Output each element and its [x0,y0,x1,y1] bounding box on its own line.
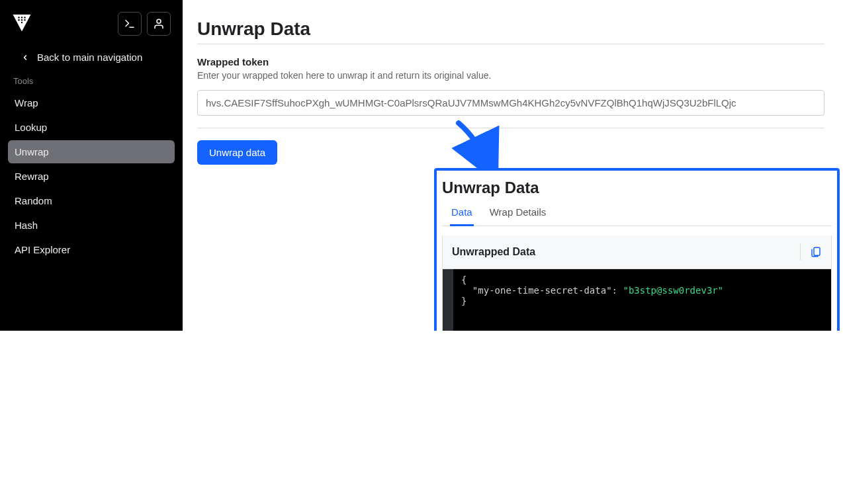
sidebar-item-hash[interactable]: Hash [8,214,175,237]
sidebar-item-label: API Explorer [15,244,70,255]
user-icon [153,18,165,30]
svg-point-4 [21,19,22,21]
unwrap-data-button[interactable]: Unwrap data [197,140,277,165]
result-panel: Unwrap Data Data Wrap Details Unwrapped … [434,168,840,331]
wrapped-token-label: Wrapped token [197,56,824,67]
code-block-wrap: { "my-one-time-secret-data": "b3stp@ssw0… [442,269,832,331]
wrapped-token-hint: Enter your wrapped token here to unwrap … [197,70,824,81]
sidebar-item-lookup[interactable]: Lookup [8,116,175,139]
svg-rect-9 [814,247,820,255]
title-divider [197,44,824,44]
sidebar-header [0,0,183,42]
terminal-button[interactable] [118,12,142,36]
wrapped-token-input[interactable] [197,90,824,116]
json-key: my-one-time-secret-data [478,285,606,296]
tab-data[interactable]: Data [450,201,474,226]
svg-point-8 [157,19,161,23]
user-button[interactable] [147,12,171,36]
main-content: Unwrap Data Wrapped token Enter your wra… [183,0,843,331]
page-title: Unwrap Data [197,19,824,40]
header-icon-group [118,12,171,36]
svg-point-1 [21,17,22,18]
tab-label: Wrap Details [490,206,547,218]
sidebar-item-label: Lookup [15,122,47,133]
sidebar-item-api-explorer[interactable]: API Explorer [8,238,175,261]
back-to-main-nav[interactable]: Back to main navigation [0,42,183,76]
svg-point-2 [24,17,25,18]
data-header-actions [800,243,822,261]
sidebar-item-random[interactable]: Random [8,189,175,212]
clipboard-icon [810,246,822,258]
sidebar-item-wrap[interactable]: Wrap [8,91,175,114]
form-divider [197,128,824,128]
tools-section-label: Tools [0,76,183,91]
chevron-left-icon [21,54,29,62]
code-gutter [443,269,453,331]
svg-point-0 [18,17,19,18]
unwrapped-json-code[interactable]: { "my-one-time-secret-data": "b3stp@ssw0… [453,269,831,331]
json-value: b3stp@ssw0rdev3r [629,285,718,296]
unwrapped-data-title: Unwrapped Data [452,246,535,258]
result-title: Unwrap Data [442,176,832,201]
svg-point-3 [18,19,19,21]
sidebar-item-label: Hash [15,220,38,231]
sidebar-item-rewrap[interactable]: Rewrap [8,165,175,188]
vault-logo [12,13,32,35]
sidebar: Back to main navigation Tools Wrap Looku… [0,0,183,331]
sidebar-item-label: Rewrap [15,171,49,182]
svg-point-6 [21,22,22,23]
tools-nav-list: Wrap Lookup Unwrap Rewrap Random Hash AP… [0,91,183,261]
copy-json-button[interactable] [810,246,822,258]
vertical-divider [800,243,801,261]
svg-point-5 [24,19,25,21]
unwrapped-data-header: Unwrapped Data [442,235,832,269]
sidebar-item-label: Unwrap [15,146,49,157]
result-tabs: Data Wrap Details [442,201,832,226]
terminal-icon [124,18,136,30]
sidebar-item-unwrap[interactable]: Unwrap [8,140,175,163]
sidebar-item-label: Random [15,195,52,206]
unwrap-button-label: Unwrap data [209,147,265,158]
tab-wrap-details[interactable]: Wrap Details [488,201,548,226]
tab-label: Data [451,206,472,218]
sidebar-item-label: Wrap [15,97,38,108]
back-label: Back to main navigation [37,52,142,63]
